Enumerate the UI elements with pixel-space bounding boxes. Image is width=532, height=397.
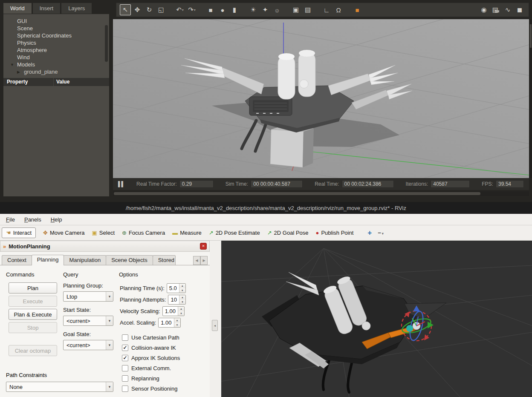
tab-planning[interactable]: Planning [32, 255, 64, 265]
select-tool-button[interactable]: ▣ Select [92, 230, 115, 236]
tree-item-scene[interactable]: Scene [3, 25, 109, 32]
focus-camera-tool-button[interactable]: ⊕ Focus Camera [122, 230, 165, 236]
scale-mode-button[interactable]: ◱ [156, 4, 167, 15]
tab-stored[interactable]: Stored [153, 255, 176, 265]
spin-down-icon[interactable]: ▼ [179, 288, 185, 293]
menu-help[interactable]: Help [46, 215, 66, 224]
spin-up-icon[interactable]: ▲ [179, 284, 185, 288]
spin-up-icon[interactable]: ▲ [174, 318, 180, 323]
insert-box-button[interactable]: ■ [205, 4, 216, 15]
checkbox-icon[interactable] [122, 365, 128, 371]
tab-scroll-right-button[interactable]: ▶ [200, 256, 208, 265]
tab-scroll-left-button[interactable]: ◀ [193, 256, 200, 265]
interact-tool-button[interactable]: ☚ Interact [2, 227, 36, 238]
point-light-button[interactable]: ☀ [248, 4, 259, 15]
collapse-panel-button[interactable]: ◂ [212, 320, 218, 331]
pause-button[interactable]: ▌▌ [118, 181, 124, 187]
execute-button[interactable]: Execute [9, 296, 57, 307]
planning-attempts-spinbox[interactable]: 10 ▲▼ [168, 295, 185, 305]
clear-octomap-button[interactable]: Clear octomap [9, 345, 57, 356]
insert-cylinder-button[interactable]: ▮ [229, 4, 240, 15]
spot-light-button[interactable]: ✦ [260, 4, 271, 15]
checkbox-icon[interactable] [122, 334, 128, 341]
menu-panels[interactable]: Panels [20, 215, 46, 224]
checkbox-sensor-positioning[interactable]: Sensor Positioning [122, 385, 180, 392]
pose-estimate-tool-button[interactable]: ↗ 2D Pose Estimate [209, 230, 260, 236]
tab-context[interactable]: Context [2, 255, 32, 265]
tree-item-models[interactable]: ▼Models [3, 61, 109, 68]
tree-item-physics[interactable]: Physics [3, 39, 109, 46]
start-state-select[interactable]: <current> ▾ [63, 316, 113, 326]
snap-button[interactable]: Ω [333, 4, 344, 15]
plot-button[interactable]: ∿ [502, 4, 513, 15]
tree-item-gui[interactable]: GUI [3, 17, 109, 25]
accel-scaling-value[interactable]: 1.00 [159, 318, 173, 327]
rotate-mode-button[interactable]: ↻ [144, 4, 155, 15]
tree-item-spherical-coordinates[interactable]: Spherical Coordinates [3, 32, 109, 39]
goal-state-select[interactable]: <current> ▾ [63, 340, 113, 350]
add-tool-button[interactable]: + [367, 229, 372, 237]
checkbox-use-cartesian-path[interactable]: Use Cartesian Path [122, 334, 180, 341]
accel-scaling-spinbox[interactable]: 1.00 ▲▼ [158, 318, 180, 328]
checkbox-collision-aware-ik[interactable]: ✓ Collision-aware IK [122, 345, 180, 351]
tab-world[interactable]: World [3, 3, 32, 14]
horizontal-scrollbar[interactable] [113, 191, 529, 196]
tab-layers[interactable]: Layers [61, 3, 92, 14]
checkbox-icon[interactable] [122, 375, 128, 382]
spin-down-icon[interactable]: ▼ [178, 311, 184, 316]
directional-light-button[interactable]: ☼ [272, 4, 283, 15]
panel-splitter[interactable]: ◂ [210, 241, 221, 397]
planning-group-select[interactable]: Ltop ▾ [63, 291, 113, 302]
checkbox-icon[interactable]: ✓ [122, 345, 128, 351]
menu-file[interactable]: File [2, 215, 19, 224]
tab-insert[interactable]: Insert [33, 3, 61, 14]
close-panel-button[interactable]: × [200, 243, 207, 250]
checkbox-icon[interactable] [122, 385, 128, 392]
copy-button[interactable]: ▣ [290, 4, 301, 15]
redo-button[interactable]: ↷▾ [186, 4, 197, 15]
tree-item-ground-plane[interactable]: ▶ground_plane [3, 68, 109, 75]
remove-tool-button[interactable]: −▾ [378, 230, 384, 236]
scrollbar-thumb[interactable] [530, 24, 532, 48]
planning-attempts-value[interactable]: 10 [168, 295, 179, 304]
velocity-scaling-value[interactable]: 1.00 [163, 307, 178, 316]
tab-manipulation[interactable]: Manipulation [64, 255, 106, 265]
stop-button[interactable]: Stop [9, 322, 57, 333]
spin-down-icon[interactable]: ▼ [174, 323, 180, 328]
rviz-3d-viewport[interactable] [221, 241, 532, 397]
path-constraints-select[interactable]: None ▾ [6, 382, 113, 392]
building-editor-button[interactable]: ■ [352, 4, 363, 15]
tree-item-wind[interactable]: Wind [3, 54, 109, 61]
select-mode-button[interactable]: ↖ [120, 4, 131, 15]
undo-button[interactable]: ↶▾ [174, 4, 185, 15]
measure-tool-button[interactable]: ▬ Measure [172, 230, 202, 236]
tab-scene-objects[interactable]: Scene Objects [106, 255, 153, 265]
align-button[interactable]: ∟ [321, 4, 332, 15]
goal-pose-tool-button[interactable]: ↗ 2D Goal Pose [267, 230, 309, 236]
publish-point-tool-button[interactable]: ● Publish Point [316, 230, 354, 236]
planning-time-spinbox[interactable]: 5.0 ▲▼ [167, 283, 186, 293]
tree-scrollbar[interactable] [105, 25, 108, 62]
checkbox-approx-ik-solutions[interactable]: ✓ Approx IK Solutions [122, 355, 180, 361]
video-record-button[interactable]: ◼ [514, 4, 525, 15]
motion-planning-header[interactable]: » MotionPlanning × [0, 241, 210, 252]
plan-execute-button[interactable]: Plan & Execute [9, 309, 57, 320]
checkbox-replanning[interactable]: Replanning [122, 375, 180, 382]
log-button[interactable]: ▤LOG [490, 4, 501, 15]
move-camera-tool-button[interactable]: ✥ Move Camera [43, 230, 85, 236]
scrollbar-thumb[interactable] [114, 192, 480, 195]
spin-down-icon[interactable]: ▼ [179, 300, 185, 305]
tree-item-atmosphere[interactable]: Atmosphere [3, 46, 109, 54]
collapse-caret-icon[interactable]: ▼ [10, 63, 17, 67]
expand-caret-icon[interactable]: ▶ [17, 70, 24, 74]
checkbox-external-comm[interactable]: External Comm. [122, 365, 180, 371]
screenshot-button[interactable]: ◉ [478, 4, 489, 15]
translate-mode-button[interactable]: ✥ [132, 4, 143, 15]
velocity-scaling-spinbox[interactable]: 1.00 ▲▼ [162, 306, 185, 316]
gazebo-3d-viewport[interactable] [113, 19, 529, 178]
paste-button[interactable]: ▤ [302, 4, 313, 15]
insert-sphere-button[interactable]: ● [217, 4, 228, 15]
spin-up-icon[interactable]: ▲ [178, 307, 184, 311]
planning-time-value[interactable]: 5.0 [167, 284, 179, 293]
spin-up-icon[interactable]: ▲ [179, 295, 185, 300]
